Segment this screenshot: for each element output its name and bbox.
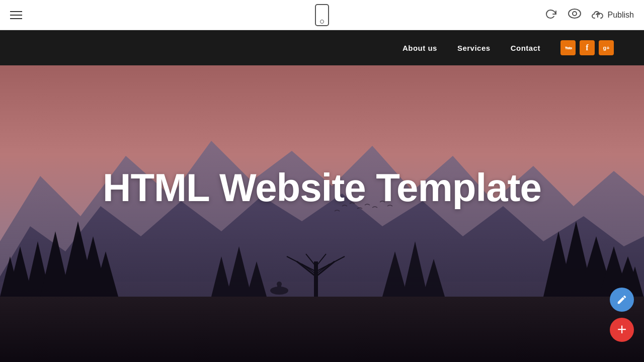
svg-rect-34 bbox=[314, 261, 318, 297]
social-icons: You Tube f g+ bbox=[560, 40, 614, 55]
nav-services[interactable]: Services bbox=[457, 44, 491, 52]
publish-label: Publish bbox=[608, 11, 634, 20]
publish-button[interactable]: Publish bbox=[592, 10, 634, 20]
edit-icon bbox=[616, 294, 627, 305]
publish-cloud-icon bbox=[592, 10, 604, 20]
nav-about-us[interactable]: About us bbox=[403, 44, 437, 52]
hero-title: HTML Website Template bbox=[103, 166, 541, 210]
google-plus-icon[interactable]: g+ bbox=[599, 40, 614, 55]
toolbar-right: Publish bbox=[545, 8, 634, 23]
svg-rect-26 bbox=[577, 287, 581, 297]
hero-content: HTML Website Template bbox=[103, 166, 541, 210]
preview-icon[interactable] bbox=[568, 8, 582, 22]
svg-text:Tube: Tube bbox=[565, 46, 572, 50]
add-icon: + bbox=[617, 321, 627, 337]
svg-rect-16 bbox=[19, 287, 22, 297]
svg-rect-17 bbox=[54, 287, 58, 297]
svg-rect-18 bbox=[77, 287, 81, 297]
svg-rect-27 bbox=[597, 287, 601, 297]
facebook-icon[interactable]: f bbox=[580, 40, 595, 55]
undo-icon[interactable] bbox=[545, 8, 557, 23]
toolbar-center bbox=[315, 4, 329, 26]
hero-section: HTML Website Template LEARN HOW bbox=[0, 65, 644, 362]
nav-contact[interactable]: Contact bbox=[511, 44, 540, 52]
hamburger-menu-icon[interactable] bbox=[10, 11, 22, 19]
svg-rect-8 bbox=[0, 297, 644, 362]
toolbar-left bbox=[10, 11, 22, 19]
svg-point-1 bbox=[573, 12, 577, 16]
edit-fab-button[interactable] bbox=[610, 288, 634, 312]
toolbar: Publish bbox=[0, 0, 644, 30]
youtube-icon[interactable]: You Tube bbox=[560, 40, 576, 55]
hero-background bbox=[0, 65, 644, 362]
navbar: About us Services Contact You Tube f g+ bbox=[0, 30, 644, 65]
add-fab-button[interactable]: + bbox=[610, 318, 634, 342]
svg-rect-25 bbox=[557, 287, 560, 297]
svg-point-45 bbox=[277, 282, 282, 287]
svg-point-0 bbox=[569, 9, 581, 18]
mobile-preview-icon[interactable] bbox=[315, 4, 329, 26]
